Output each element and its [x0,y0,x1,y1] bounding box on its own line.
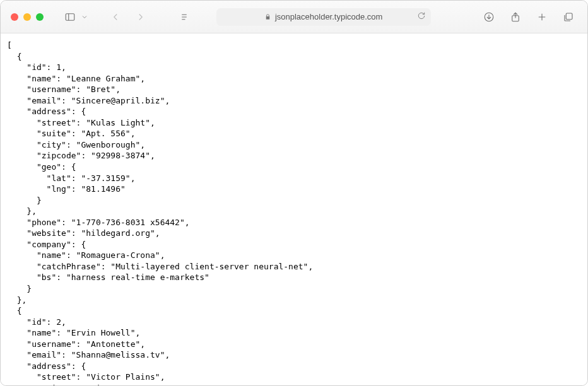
forward-button[interactable] [132,8,150,26]
back-button[interactable] [107,8,124,26]
browser-toolbar: jsonplaceholder.typicode.com [1,1,587,33]
reader-mode-button[interactable] [175,8,193,26]
share-button[interactable] [507,8,524,26]
sidebar-menu-chevron-icon[interactable] [80,8,89,26]
lock-icon [264,11,271,23]
minimize-window-button[interactable] [23,13,31,21]
window-controls [11,13,44,21]
svg-rect-0 [66,13,74,20]
url-text: jsonplaceholder.typicode.com [275,12,383,21]
page-content: [ { "id": 1, "name": "Leanne Graham", "u… [1,33,587,385]
maximize-window-button[interactable] [36,13,44,21]
address-bar[interactable]: jsonplaceholder.typicode.com [216,8,431,26]
new-tab-button[interactable] [533,8,551,26]
reload-button[interactable] [417,11,426,23]
svg-rect-11 [566,13,572,20]
close-window-button[interactable] [11,13,18,21]
tab-overview-button[interactable] [560,8,577,26]
downloads-button[interactable] [480,8,498,26]
json-response-body: [ { "id": 1, "name": "Leanne Graham", "u… [7,40,581,385]
sidebar-toggle-button[interactable] [61,8,79,26]
